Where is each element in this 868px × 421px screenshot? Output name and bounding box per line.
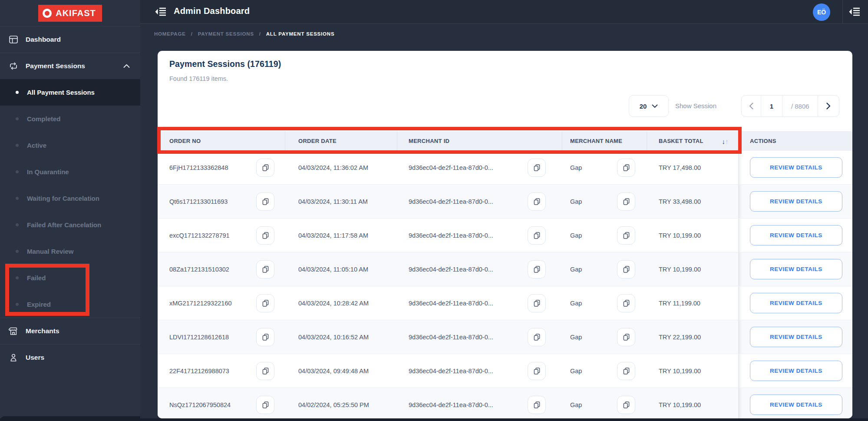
sidebar-item-payment-sessions[interactable]: Payment Sessions <box>0 53 140 79</box>
basket-total-cell: TRY 33,498.00 <box>647 185 738 218</box>
copy-icon <box>533 401 541 409</box>
current-page-input[interactable]: 1 <box>761 96 783 116</box>
sidebar-item-users[interactable]: Users <box>0 344 140 371</box>
sort-icon[interactable]: ↓↑ <box>722 137 729 145</box>
copy-button[interactable] <box>617 192 635 211</box>
sidebar-item-active[interactable]: Active <box>0 132 140 159</box>
column-header-order-date[interactable]: ORDER DATE <box>285 131 397 151</box>
column-header-basket-total[interactable]: BASKET TOTAL ↓↑ <box>647 131 738 151</box>
sidebar-collapse-icon[interactable] <box>154 6 167 17</box>
order-no-value: LDVI1712128612618 <box>169 334 229 341</box>
copy-button[interactable] <box>256 192 274 211</box>
sidebar-item-dashboard[interactable]: Dashboard <box>0 26 140 53</box>
copy-button[interactable] <box>256 328 274 346</box>
review-details-button[interactable]: REVIEW DETAILS <box>750 157 842 178</box>
bullet-icon <box>16 117 19 120</box>
bullet-icon <box>16 144 19 147</box>
copy-button[interactable] <box>528 159 546 177</box>
review-details-button[interactable]: REVIEW DETAILS <box>750 394 842 415</box>
order-no-value: 08Za1712131510302 <box>169 266 229 273</box>
copy-icon <box>533 333 541 341</box>
copy-icon <box>533 198 541 206</box>
sidebar-item-expired[interactable]: Expired <box>0 291 140 318</box>
total-pages-label: / 8806 <box>782 96 818 116</box>
copy-button[interactable] <box>256 226 274 245</box>
copy-button[interactable] <box>256 362 274 380</box>
next-page-button[interactable] <box>818 96 839 116</box>
payment-sessions-card: Payment Sessions (176119) Found 176119 i… <box>158 51 852 418</box>
copy-button[interactable] <box>617 226 635 245</box>
review-details-button[interactable]: REVIEW DETAILS <box>750 191 842 212</box>
copy-icon <box>262 198 269 206</box>
copy-button[interactable] <box>256 396 274 414</box>
sidebar-item-all-payment-sessions[interactable]: All Payment Sessions <box>0 79 140 106</box>
column-header-order-no[interactable]: ORDER NO <box>158 131 285 151</box>
copy-button[interactable] <box>617 362 635 380</box>
sidebar-item-merchants[interactable]: Merchants <box>0 318 140 344</box>
review-details-button[interactable]: REVIEW DETAILS <box>750 361 842 381</box>
sidebar-item-completed[interactable]: Completed <box>0 106 140 132</box>
copy-button[interactable] <box>528 226 546 245</box>
copy-button[interactable] <box>617 159 635 177</box>
copy-button[interactable] <box>617 294 635 312</box>
user-avatar[interactable]: EÖ <box>813 3 830 21</box>
actions-cell: REVIEW DETAILS <box>738 320 852 354</box>
pagination: 1 / 8806 <box>741 95 839 117</box>
merchant-id-value: 9d36ec04-de2f-11ea-87d0-0... <box>409 164 493 171</box>
breadcrumb-item-homepage[interactable]: HOMEPAGE <box>154 31 186 36</box>
copy-button[interactable] <box>256 260 274 278</box>
breadcrumb-item-payment-sessions[interactable]: PAYMENT SESSIONS <box>198 31 254 36</box>
merchant-id-cell: 9d36ec04-de2f-11ea-87d0-0... <box>397 252 562 286</box>
copy-button[interactable] <box>528 192 546 211</box>
merchant-name-value: Gap <box>570 401 582 408</box>
copy-button[interactable] <box>528 260 546 278</box>
sidebar-item-failed[interactable]: Failed <box>0 265 140 291</box>
sidebar: AKIFAST DashboardPayment SessionsAll Pay… <box>0 0 140 421</box>
column-header-merchant-name[interactable]: MERCHANT NAME <box>562 131 647 151</box>
order-date-value: 04/03/2024, 10:28:42 AM <box>298 300 369 307</box>
basket-total-value: TRY 10,199.00 <box>659 401 701 408</box>
copy-button[interactable] <box>256 159 274 177</box>
actions-cell: REVIEW DETAILS <box>738 354 852 388</box>
brand-logo-icon <box>43 9 52 18</box>
merchant-id-cell: 9d36ec04-de2f-11ea-87d0-0... <box>397 219 562 252</box>
review-details-button[interactable]: REVIEW DETAILS <box>750 259 842 279</box>
merchant-name-cell: Gap <box>562 219 647 252</box>
copy-button[interactable] <box>528 362 546 380</box>
merchant-id-value: 9d36ec04-de2f-11ea-87d0-0... <box>409 300 493 307</box>
merchant-id-cell: 9d36ec04-de2f-11ea-87d0-0... <box>397 320 562 354</box>
sidebar-item-in-quarantine[interactable]: In Quarantine <box>0 159 140 185</box>
copy-icon <box>623 401 630 409</box>
prev-page-button[interactable] <box>742 96 761 116</box>
page-size-select[interactable]: 20 <box>629 95 669 117</box>
bullet-icon <box>16 170 19 173</box>
review-details-button[interactable]: REVIEW DETAILS <box>750 327 842 347</box>
copy-button[interactable] <box>617 260 635 278</box>
sidebar-item-waiting-for-cancelation[interactable]: Waiting for Cancelation <box>0 185 140 212</box>
sidebar-item-manual-review[interactable]: Manual Review <box>0 238 140 265</box>
copy-button[interactable] <box>528 294 546 312</box>
review-details-button[interactable]: REVIEW DETAILS <box>750 225 842 245</box>
copy-button[interactable] <box>617 328 635 346</box>
topbar: Admin Dashboard EÖ <box>140 0 868 24</box>
bullet-icon <box>16 197 19 200</box>
brand-logo[interactable]: AKIFAST <box>38 5 102 22</box>
card-title: Payment Sessions (176119) <box>169 59 281 69</box>
copy-button[interactable] <box>528 396 546 414</box>
actions-cell: REVIEW DETAILS <box>738 185 852 218</box>
copy-button[interactable] <box>617 396 635 414</box>
merchant-id-cell: 9d36ec04-de2f-11ea-87d0-0... <box>397 185 562 218</box>
review-details-button[interactable]: REVIEW DETAILS <box>750 293 842 313</box>
payment-sessions-icon <box>9 61 18 71</box>
page-size-value: 20 <box>640 103 647 110</box>
bullet-icon <box>16 223 19 226</box>
basket-total-cell: TRY 22,199.00 <box>647 320 738 354</box>
sidebar-item-failed-after-cancelation[interactable]: Failed After Cancelation <box>0 212 140 238</box>
copy-button[interactable] <box>256 294 274 312</box>
copy-icon <box>533 367 541 375</box>
column-header-merchant-id[interactable]: MERCHANT ID <box>397 131 562 151</box>
merchants-icon <box>9 326 18 336</box>
copy-button[interactable] <box>528 328 546 346</box>
brand-logo-text: AKIFAST <box>56 8 96 18</box>
panel-collapse-icon[interactable] <box>848 6 861 17</box>
